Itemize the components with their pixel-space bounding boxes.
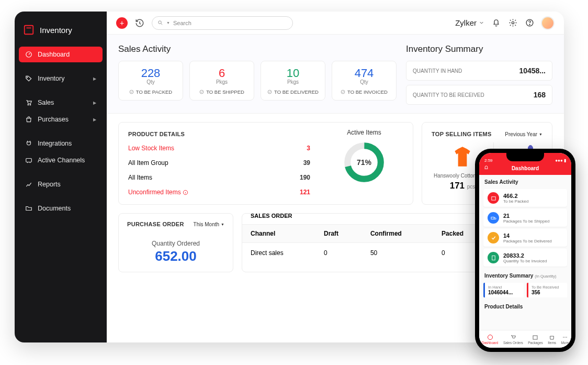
col-draft: Draft	[315, 225, 362, 243]
chevron-right-icon: ▶	[93, 101, 96, 105]
chevron-right-icon: ▶	[93, 117, 96, 122]
search-input[interactable]: ▼ Search	[152, 16, 293, 30]
phone-tab-items[interactable]: Items	[548, 334, 556, 345]
help-button[interactable]	[524, 18, 535, 28]
add-button[interactable]: +	[116, 17, 128, 29]
avatar[interactable]	[541, 16, 555, 30]
tile-unit: Pkgs	[193, 79, 251, 85]
pd-row-item-group[interactable]: All Item Group39	[128, 159, 310, 167]
svg-point-6	[159, 21, 162, 24]
check-circle-icon	[129, 90, 134, 94]
sidebar-item-sales[interactable]: Sales ▶	[19, 95, 103, 110]
phone-tabbar: Dashboard Sales Orders Packages Items Mo…	[479, 330, 571, 348]
org-switcher[interactable]: Zylker	[455, 18, 484, 27]
pd-row-all-items[interactable]: All Items190	[128, 174, 310, 181]
svg-rect-19	[491, 196, 495, 200]
pd-row-low-stock[interactable]: Low Stock Items3	[128, 145, 310, 152]
top-selling-period[interactable]: Previous Year ▼	[505, 131, 542, 137]
phone-tab-more[interactable]: More	[561, 334, 569, 345]
phone-row-invoiced[interactable]: 20833.2Quantity To be Invoiced	[483, 249, 567, 267]
phone-tab-packages[interactable]: Packages	[528, 334, 543, 345]
svg-rect-5	[26, 159, 32, 162]
svg-rect-23	[533, 336, 537, 339]
sidebar-item-documents[interactable]: Documents	[19, 201, 103, 216]
sidebar-item-purchases[interactable]: Purchases ▶	[19, 112, 103, 127]
sidebar-item-reports[interactable]: Reports	[19, 176, 103, 192]
sidebar-item-dashboard[interactable]: Dashboard	[19, 47, 103, 62]
tile-unit: Qty	[122, 79, 179, 85]
phone-header-title: Dashboard	[512, 165, 539, 171]
box-icon	[532, 334, 538, 340]
active-items-label: Active Items	[325, 129, 403, 136]
tile-label: TO BE INVOICED	[347, 89, 388, 95]
sidebar-item-inventory[interactable]: Inventory ▶	[19, 71, 103, 86]
gear-icon	[508, 18, 517, 27]
svg-point-22	[488, 335, 492, 339]
folder-icon	[25, 205, 32, 212]
sidebar-item-active-channels[interactable]: Active Channels	[19, 152, 103, 168]
phone-inv-to-receive: To Be Received356	[527, 283, 567, 297]
phone-tab-dashboard[interactable]: Dashboard	[482, 334, 499, 345]
topbar: + ▼ Search Zylker	[107, 12, 564, 35]
notifications-button[interactable]	[491, 18, 501, 28]
tile-value: 6	[193, 67, 251, 80]
tile-to-be-shipped[interactable]: 6 Pkgs TO BE SHIPPED	[189, 61, 254, 101]
settings-button[interactable]	[507, 18, 518, 28]
sales-activity-title: Sales Activity	[118, 44, 397, 54]
phone-row-shipped[interactable]: 21Packages To be Shipped	[483, 209, 567, 227]
svg-point-2	[27, 77, 28, 78]
phone-sales-title: Sales Activity	[479, 175, 571, 187]
history-button[interactable]	[134, 17, 145, 29]
phone-inv-title: Inventory Summary (In Quantity)	[479, 269, 571, 281]
brand-label: Inventory	[40, 26, 72, 35]
tile-value: 474	[335, 67, 393, 80]
bell-icon[interactable]	[483, 165, 489, 171]
more-icon	[562, 334, 568, 340]
svg-point-18	[529, 145, 532, 148]
phone-tab-sales-orders[interactable]: Sales Orders	[503, 334, 523, 345]
active-items-chart: Active Items 71%	[325, 131, 403, 196]
tile-to-be-delivered[interactable]: 10 Pkgs TO BE DELIVERED	[261, 61, 325, 101]
cart-icon	[25, 99, 32, 106]
chevron-right-icon: ▶	[93, 76, 96, 81]
inv-row-value: 168	[534, 91, 546, 99]
sidebar-item-integrations[interactable]: Integrations	[19, 136, 103, 151]
summary-strip: Sales Activity 228 Qty TO BE PACKED 6 Pk…	[107, 35, 564, 114]
info-icon	[183, 190, 188, 195]
check-circle-icon	[267, 90, 272, 94]
col-confirmed: Confirmed	[362, 225, 433, 243]
inv-row-in-hand: QUANTITY IN HAND 10458...	[406, 61, 552, 81]
top-selling-title: TOP SELLING ITEMS	[432, 131, 492, 137]
sidebar-item-label: Sales	[38, 99, 54, 106]
search-placeholder: Search	[173, 20, 191, 26]
svg-point-12	[268, 90, 272, 94]
svg-rect-0	[25, 26, 33, 35]
pd-row-unconfirmed[interactable]: Unconfirmed Items 121	[128, 189, 310, 196]
invoice-icon	[488, 252, 499, 263]
phone-status-icons: ●●● ▮	[555, 158, 566, 163]
svg-point-24	[563, 337, 564, 338]
gauge-icon	[487, 334, 493, 340]
bag-icon	[25, 116, 32, 123]
channel-icon	[25, 157, 32, 164]
svg-point-3	[28, 104, 29, 105]
tile-to-be-packed[interactable]: 228 Qty TO BE PACKED	[118, 61, 183, 101]
tile-label: TO BE DELIVERED	[274, 89, 319, 95]
history-icon	[135, 18, 144, 28]
purchase-order-value: 652.00	[127, 248, 224, 264]
phone-row-packed[interactable]: 466.2To be Packed	[483, 189, 567, 207]
inv-row-value: 10458...	[519, 67, 546, 75]
svg-rect-20	[491, 217, 494, 219]
chart-icon	[25, 181, 32, 188]
bag-icon	[549, 334, 555, 340]
svg-point-4	[30, 104, 31, 105]
phone-row-delivered[interactable]: 14Packages To be Delivered	[483, 229, 567, 247]
purchase-order-period[interactable]: This Month ▼	[194, 222, 224, 227]
svg-point-13	[341, 90, 345, 94]
donut-chart-icon: 71%	[342, 140, 386, 184]
svg-point-9	[529, 24, 529, 25]
sidebar: Inventory Dashboard Inventory ▶ Sales ▶ …	[15, 12, 107, 342]
sales-activity: Sales Activity 228 Qty TO BE PACKED 6 Pk…	[118, 44, 397, 105]
tile-unit: Qty	[335, 79, 393, 85]
tile-to-be-invoiced[interactable]: 474 Qty TO BE INVOICED	[332, 61, 397, 101]
